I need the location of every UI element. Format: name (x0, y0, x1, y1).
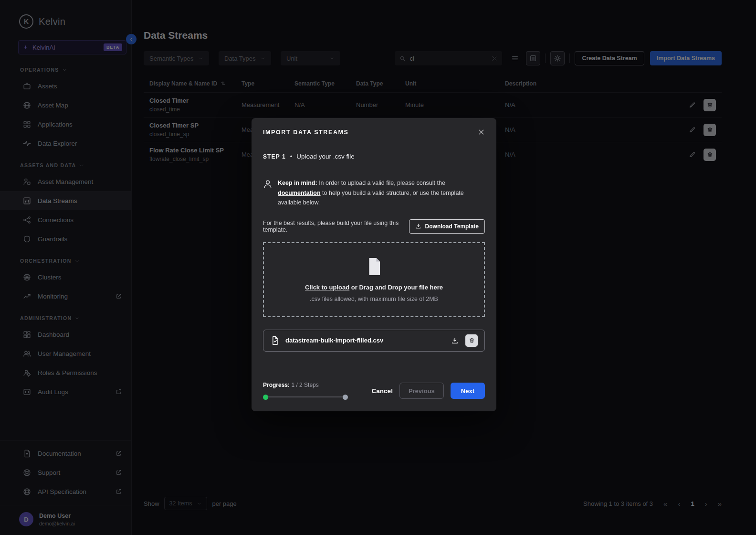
advisor-icon (263, 179, 273, 189)
documentation-link[interactable]: documentation (278, 190, 321, 196)
previous-button[interactable]: Previous (399, 383, 444, 399)
step-label: STEP 1 (263, 153, 286, 160)
file-icon (366, 257, 383, 276)
download-icon (415, 223, 421, 229)
progress-value: 1 / 2 Steps (291, 382, 318, 388)
template-row: For the best results, please build your … (263, 219, 485, 234)
template-hint: For the best results, please build your … (263, 220, 409, 233)
modal-header: IMPORT DATA STREAMS (252, 118, 496, 136)
download-icon (451, 337, 459, 344)
cancel-button[interactable]: Cancel (372, 387, 393, 395)
file-check-icon (270, 336, 280, 345)
next-button[interactable]: Next (451, 383, 485, 399)
step-indicator: STEP 1 • Upload your .csv file (252, 153, 496, 160)
modal-buttons: Cancel Previous Next (372, 383, 485, 399)
note-emphasis: Keep in mind: (278, 180, 317, 186)
note-text: Keep in mind: In order to upload a valid… (278, 178, 485, 208)
slider-step1-dot[interactable] (263, 395, 268, 400)
file-actions (451, 334, 478, 347)
note-before-link: In order to upload a valid file, please … (317, 180, 445, 186)
dropzone-restrictions: .csv files allowed, with maximum file si… (310, 296, 438, 302)
uploaded-file-row: datastream-bulk-import-filled.csv (263, 330, 485, 352)
slider-step2-dot[interactable] (343, 395, 348, 400)
progress-slider[interactable] (263, 394, 348, 400)
download-file-button[interactable] (451, 337, 459, 344)
drag-drop-text: or Drag and Drop your file here (349, 284, 443, 291)
remove-file-button[interactable] (465, 334, 478, 347)
download-template-button[interactable]: Download Template (409, 219, 485, 234)
step-description: Upload your .csv file (296, 153, 355, 160)
modal-footer: Progress: 1 / 2 Steps Cancel Previous Ne… (252, 382, 496, 400)
uploaded-file-name: datastream-bulk-import-filled.csv (285, 337, 383, 344)
slider-track (265, 396, 346, 397)
progress-label: Progress: (263, 382, 290, 388)
download-template-label: Download Template (425, 223, 479, 230)
progress-block: Progress: 1 / 2 Steps (263, 382, 351, 400)
keep-in-mind-note: Keep in mind: In order to upload a valid… (263, 178, 485, 208)
file-dropzone[interactable]: Click to upload or Drag and Drop your fi… (263, 242, 485, 317)
import-data-streams-modal: IMPORT DATA STREAMS STEP 1 • Upload your… (252, 118, 496, 411)
step-separator: • (290, 153, 293, 160)
dropzone-text: Click to upload or Drag and Drop your fi… (305, 284, 443, 291)
modal-title: IMPORT DATA STREAMS (263, 129, 348, 136)
modal-close-button[interactable] (478, 128, 485, 136)
close-icon (478, 128, 485, 136)
trash-icon (469, 337, 475, 343)
click-to-upload-link[interactable]: Click to upload (305, 284, 349, 291)
